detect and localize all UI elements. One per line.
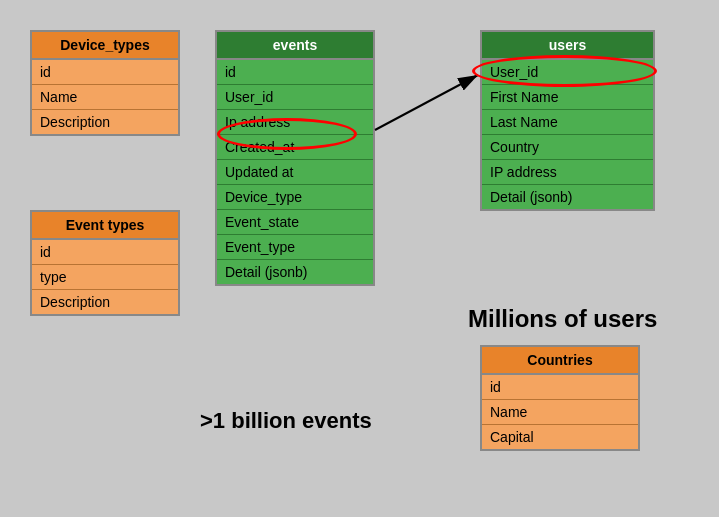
table-row: Description <box>32 290 178 314</box>
events-count-label: >1 billion events <box>200 408 372 434</box>
table-row: id <box>217 60 373 85</box>
events-table: events id User_id Ip address Created_at … <box>215 30 375 286</box>
events-header: events <box>217 32 373 60</box>
table-row: id <box>32 240 178 265</box>
event-types-table: Event types id type Description <box>30 210 180 316</box>
table-row: Name <box>482 400 638 425</box>
table-row: id <box>32 60 178 85</box>
table-row: Country <box>482 135 653 160</box>
table-row: id <box>482 375 638 400</box>
device-types-header: Device_types <box>32 32 178 60</box>
table-row: Event_type <box>217 235 373 260</box>
table-row: First Name <box>482 85 653 110</box>
table-row: Created_at <box>217 135 373 160</box>
users-header: users <box>482 32 653 60</box>
users-count-label: Millions of users <box>468 305 657 333</box>
table-row: User_id <box>217 85 373 110</box>
table-row: type <box>32 265 178 290</box>
table-row: Event_state <box>217 210 373 235</box>
table-row: Detail (jsonb) <box>217 260 373 284</box>
table-row: Ip address <box>217 110 373 135</box>
countries-table: Countries id Name Capital <box>480 345 640 451</box>
table-row: Capital <box>482 425 638 449</box>
svg-line-1 <box>375 75 478 130</box>
table-row: Device_type <box>217 185 373 210</box>
users-table: users User_id First Name Last Name Count… <box>480 30 655 211</box>
table-row: Name <box>32 85 178 110</box>
table-row: Detail (jsonb) <box>482 185 653 209</box>
table-row: User_id <box>482 60 653 85</box>
table-row: Last Name <box>482 110 653 135</box>
device-types-table: Device_types id Name Description <box>30 30 180 136</box>
event-types-header: Event types <box>32 212 178 240</box>
diagram-container: Device_types id Name Description Event t… <box>0 0 719 517</box>
table-row: Description <box>32 110 178 134</box>
countries-header: Countries <box>482 347 638 375</box>
table-row: Updated at <box>217 160 373 185</box>
table-row: IP address <box>482 160 653 185</box>
